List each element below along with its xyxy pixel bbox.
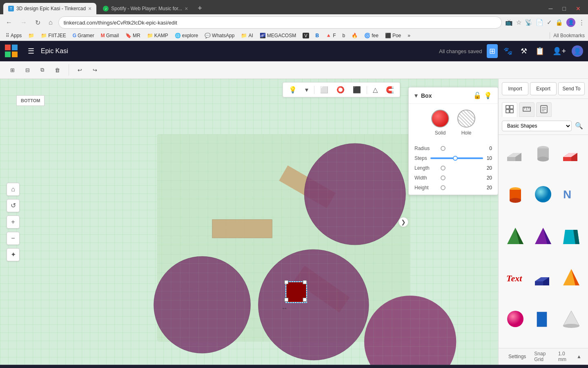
fiitjee-icon: 📁 xyxy=(41,33,47,38)
profile-avatar-button[interactable]: 👤 xyxy=(572,45,583,57)
shapes-search-button[interactable]: 🔍 xyxy=(573,120,585,131)
bookmark-more[interactable]: » xyxy=(405,32,413,39)
bookmark-b3[interactable]: 🔥 xyxy=(349,32,360,39)
shape-cell-pyramid-yellow[interactable] xyxy=(558,263,585,303)
group-button[interactable]: ⊞ xyxy=(7,64,18,76)
tools-button[interactable]: ⚒ xyxy=(518,44,530,58)
shape-cell-gray-box[interactable] xyxy=(502,138,529,179)
bookmark-whatsapp[interactable]: 💬 WhatsApp xyxy=(202,32,237,39)
grid-view-button[interactable]: ⊞ xyxy=(487,44,498,58)
bookmark-fiitjee[interactable]: 📁 FIITJEE xyxy=(38,32,68,39)
extension2-icon: 📄 xyxy=(536,19,543,26)
grid-tab[interactable] xyxy=(502,102,517,117)
shape-cell-box-blue2[interactable] xyxy=(530,304,557,345)
bookmark-b2[interactable]: b xyxy=(340,32,348,39)
sidebar-expand-button[interactable]: ❯ xyxy=(399,217,408,227)
bookmark-b1[interactable]: B xyxy=(313,32,322,39)
import-button[interactable]: Import xyxy=(502,82,528,95)
bookmark-mr[interactable]: 🔖 MR xyxy=(123,32,143,39)
radius-row: Radius 0 xyxy=(414,146,492,151)
export-button[interactable]: Export xyxy=(530,82,557,95)
close-window-button[interactable]: ✕ xyxy=(572,4,585,13)
hole-option[interactable]: Hole xyxy=(457,110,475,136)
shape-cell-character[interactable]: N xyxy=(558,180,585,220)
box-collapse-button[interactable]: ▾ xyxy=(414,92,418,99)
home-button[interactable]: ⌂ xyxy=(46,17,55,28)
bookmark-v[interactable]: V xyxy=(300,32,311,39)
redo-button[interactable]: ↪ xyxy=(89,64,101,76)
bookmark-megacosm[interactable]: 🌌 MEGACOSM xyxy=(257,32,298,39)
shape-cell-triangle-green[interactable] xyxy=(502,221,529,262)
bookmark-ai[interactable]: 📁 AI xyxy=(238,32,255,39)
snap-up-icon[interactable]: ▲ xyxy=(577,354,581,359)
tab-tinkercad[interactable]: T 3D design Epic Kasi - Tinkercad × xyxy=(3,3,96,14)
bookmark-gmail[interactable]: M Gmail xyxy=(98,32,121,39)
profile-icon[interactable]: 👤 xyxy=(566,18,575,27)
svg-point-11 xyxy=(258,249,369,360)
length-dot[interactable] xyxy=(441,166,445,171)
add-user-button[interactable]: 👤+ xyxy=(550,44,568,58)
tab-spotify[interactable]: ♪ Spotify - Web Player: Music for... × xyxy=(98,3,193,14)
task-view-button[interactable]: ⊞ xyxy=(99,367,113,368)
bookmark-explore[interactable]: 🌐 explore xyxy=(172,32,200,39)
bookmark-upf[interactable]: 🔺 F xyxy=(323,32,338,39)
bookmark-folder1[interactable]: 📁 xyxy=(26,32,37,39)
refresh-button[interactable]: ↻ xyxy=(33,17,43,28)
extension3-icon: ✓ xyxy=(547,19,552,26)
notes-tab[interactable] xyxy=(536,102,552,117)
shapes-category-select[interactable]: Basic Shapes xyxy=(502,121,572,131)
svg-rect-26 xyxy=(506,110,509,113)
menu-toggle-button[interactable]: ☰ xyxy=(26,45,36,57)
duplicate-button[interactable]: ⧉ xyxy=(37,64,48,76)
minimize-button[interactable]: ─ xyxy=(545,4,557,13)
solid-option[interactable]: Solid xyxy=(431,110,449,136)
bookmark-poe[interactable]: ⬛ Poe xyxy=(383,32,403,39)
new-tab-button[interactable]: + xyxy=(194,2,205,14)
paw-button[interactable]: 🐾 xyxy=(501,44,515,58)
shape-cell-cone-white[interactable] xyxy=(558,304,585,345)
svg-rect-25 xyxy=(510,105,513,109)
shape-cell-sphere-blue[interactable] xyxy=(530,180,557,220)
all-bookmarks[interactable]: All Bookmarks xyxy=(553,33,585,38)
height-dot[interactable] xyxy=(441,185,445,190)
back-button[interactable]: ← xyxy=(3,17,15,28)
bookmark-apps[interactable]: ⠿ Apps xyxy=(3,32,24,39)
shape-cell-red-box[interactable] xyxy=(558,138,585,179)
settings-button[interactable]: Settings xyxy=(505,353,529,360)
forward-button[interactable]: → xyxy=(18,17,29,28)
apps-icon: ⠿ xyxy=(6,33,9,38)
bookmark-star-icon[interactable]: ☆ xyxy=(516,19,521,26)
shape-cell-sphere-pink[interactable] xyxy=(502,304,529,345)
shape-cell-cylinder-orange[interactable] xyxy=(502,180,529,220)
maximize-button[interactable]: □ xyxy=(559,4,570,13)
lock-button[interactable]: 🔓 xyxy=(473,92,481,99)
shape-cell-prism-teal[interactable] xyxy=(558,221,585,262)
shape-cell-text-red[interactable]: Text xyxy=(502,263,529,303)
canvas-area[interactable]: BOTTOM 💡 ▾ ⬜ ⭕ ⬛ △ 🧲 ⌂ ↺ + − ✦ xyxy=(0,79,498,365)
tinkercad-tab-close[interactable]: × xyxy=(88,5,91,12)
radius-dot[interactable] xyxy=(441,146,445,151)
file-explorer-button[interactable]: 📁 xyxy=(114,367,131,368)
menu-icon[interactable]: ⋮ xyxy=(579,19,585,26)
shape-cell-box-navy[interactable] xyxy=(530,263,557,303)
bookmark-fee[interactable]: 🌀 fee xyxy=(362,32,381,39)
steps-slider[interactable] xyxy=(430,157,483,159)
ungroup-button[interactable]: ⊟ xyxy=(22,64,33,76)
box-panel-title: Box xyxy=(421,92,470,99)
bookmark-kamp[interactable]: 📁 KAMP xyxy=(145,32,171,39)
send-to-button[interactable]: Send To xyxy=(558,82,585,95)
delete-button[interactable]: 🗑 xyxy=(51,64,64,76)
app-header: ☰ Epic Kasi All changes saved ⊞ 🐾 ⚒ 📋 👤+… xyxy=(0,41,588,61)
ruler-tab[interactable] xyxy=(519,102,535,117)
bookmark-gramer[interactable]: G Gramer xyxy=(70,32,97,39)
shape-cell-cylinder-gray[interactable] xyxy=(530,138,557,179)
undo-button[interactable]: ↩ xyxy=(74,64,86,76)
width-dot[interactable] xyxy=(441,175,445,180)
character-preview: N xyxy=(560,183,582,205)
shape-cell-pyramid-purple[interactable] xyxy=(530,221,557,262)
notes-button[interactable]: 📋 xyxy=(533,44,547,58)
url-input[interactable]: tinkercad.com/things/eCvRtk2lcDk-epic-ka… xyxy=(58,16,502,29)
spotify-tab-close[interactable]: × xyxy=(185,5,188,12)
svg-rect-21 xyxy=(285,298,288,302)
lightbulb-button[interactable]: 💡 xyxy=(484,92,492,99)
